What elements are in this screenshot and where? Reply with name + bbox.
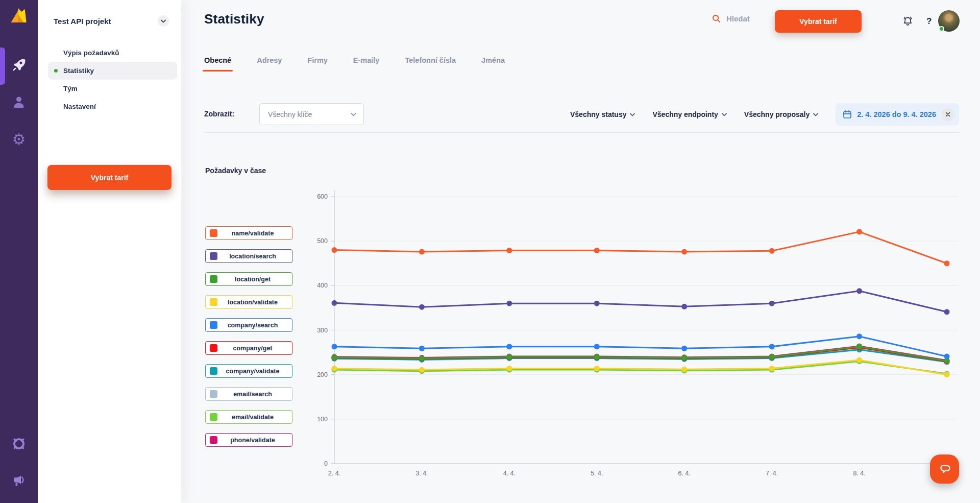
legend-item-company-get[interactable]: company/get [205, 341, 292, 355]
tab-firmy[interactable]: Firmy [307, 56, 328, 71]
chevron-down-icon [351, 112, 356, 116]
legend-label: location/get [217, 276, 288, 283]
help-button[interactable]: ? [926, 16, 932, 27]
user-menu[interactable] [938, 10, 960, 32]
sidebar-item-nastaven-[interactable]: Nastavení [48, 98, 177, 115]
series-name-validate [332, 229, 950, 266]
rail-item-settings[interactable]: ⚙ [0, 132, 38, 147]
legend-swatch [210, 298, 217, 306]
calendar-icon [843, 110, 852, 119]
svg-text:6. 4.: 6. 4. [678, 470, 691, 477]
date-range-filter[interactable]: 2. 4. 2026 do 9. 4. 2026 [836, 103, 959, 126]
close-icon [945, 112, 950, 117]
app-logo[interactable] [10, 7, 28, 26]
stats-tabs: ObecnéAdresyFirmyE-mailyTelefonní číslaJ… [204, 56, 505, 71]
main-content: Statistiky Hledat Vybrat tarif ? ObecnéA… [181, 0, 980, 503]
sidebar-item-statistiky[interactable]: Statistiky [48, 62, 177, 80]
search-icon [712, 14, 721, 23]
filter-dropdown-v-echny-endpointy[interactable]: Všechny endpointy [652, 110, 726, 118]
tab-e-maily[interactable]: E-maily [353, 56, 380, 71]
bell-icon [902, 15, 914, 27]
show-filter-label: Zobrazit: [204, 110, 234, 118]
online-status-dot [939, 26, 944, 32]
choose-plan-button-sidebar[interactable]: Vybrat tarif [47, 165, 172, 190]
clear-date-filter-button[interactable] [941, 108, 954, 121]
choose-plan-button-header[interactable]: Vybrat tarif [775, 10, 862, 33]
chat-widget-button[interactable] [930, 454, 959, 484]
divider [204, 132, 959, 133]
legend-swatch [210, 413, 217, 421]
sidebar-item-label: Statistiky [63, 67, 94, 75]
filter-dropdown-label: Všechny statusy [570, 110, 627, 118]
page-title: Statistiky [204, 11, 264, 27]
rail-item-account[interactable] [0, 95, 38, 109]
chat-bubble-icon [937, 462, 952, 477]
search-button[interactable]: Hledat [712, 14, 750, 23]
tab-adresy[interactable]: Adresy [257, 56, 282, 71]
sidebar-item-v-pis-po-adavk-[interactable]: Výpis požadavků [48, 44, 177, 62]
tab-obecn-[interactable]: Obecné [204, 56, 231, 71]
tab-telefonn-sla[interactable]: Telefonní čísla [405, 56, 456, 71]
chevron-down-icon [722, 113, 727, 116]
legend-label: location/validate [217, 299, 288, 306]
keys-select-value: Všechny klíče [268, 110, 312, 118]
sidebar-item-label: Výpis požadavků [63, 49, 119, 57]
legend-label: email/validate [217, 414, 288, 421]
legend-label: email/search [217, 391, 288, 398]
person-icon [12, 95, 26, 109]
filter-dropdowns: Všechny statusyVšechny endpointyVšechny … [570, 110, 818, 118]
legend-item-location-search[interactable]: location/search [205, 249, 292, 263]
legend-item-company-validate[interactable]: company/validate [205, 364, 292, 378]
gear-icon: ⚙ [12, 132, 26, 147]
sidebar-nav: Výpis požadavkůStatistikyTýmNastavení [38, 44, 181, 115]
legend-label: name/validate [217, 230, 288, 237]
chevron-down-icon [161, 19, 166, 23]
sidebar-item-t-m[interactable]: Tým [48, 80, 177, 98]
legend-swatch [210, 436, 217, 444]
lifebuoy-icon [11, 436, 27, 451]
svg-text:2. 4.: 2. 4. [328, 470, 340, 477]
legend-item-phone-validate[interactable]: phone/validate [205, 433, 292, 447]
keys-select[interactable]: Všechny klíče [259, 103, 364, 125]
legend-item-company-search[interactable]: company/search [205, 318, 292, 332]
series-location-search [332, 288, 950, 315]
legend-item-location-validate[interactable]: location/validate [205, 295, 292, 309]
chart-title: Požadavky v čase [205, 166, 266, 175]
date-range-value: 2. 4. 2026 do 9. 4. 2026 [857, 110, 936, 118]
svg-text:5. 4.: 5. 4. [591, 470, 603, 477]
filter-dropdown-label: Všechny proposaly [744, 110, 810, 118]
legend-item-email-search[interactable]: email/search [205, 387, 292, 401]
chevron-down-icon [630, 113, 635, 116]
svg-text:600: 600 [317, 193, 328, 200]
rail-item-support[interactable] [0, 436, 38, 451]
svg-text:300: 300 [317, 327, 328, 334]
legend-label: company/validate [217, 368, 288, 375]
legend-swatch [210, 229, 217, 237]
line-chart-canvas: 01002003004005006002. 4.3. 4.4. 4.5. 4.6… [306, 188, 965, 484]
legend-item-email-validate[interactable]: email/validate [205, 410, 292, 424]
tab-jm-na[interactable]: Jména [481, 56, 505, 71]
filter-dropdown-v-echny-statusy[interactable]: Všechny statusy [570, 110, 635, 118]
notifications-button[interactable] [902, 15, 914, 29]
megaphone-icon [12, 474, 26, 488]
legend-label: company/search [217, 322, 288, 329]
filter-bar: Všechny statusyVšechny endpointyVšechny … [570, 103, 959, 126]
svg-text:200: 200 [317, 371, 328, 378]
filter-dropdown-v-echny-proposaly[interactable]: Všechny proposaly [744, 110, 818, 118]
svg-text:3. 4.: 3. 4. [415, 470, 428, 477]
active-dot [54, 69, 58, 73]
legend-swatch [210, 321, 217, 329]
svg-text:0: 0 [324, 460, 328, 467]
project-switcher-button[interactable] [158, 15, 169, 27]
svg-text:4. 4.: 4. 4. [503, 470, 516, 477]
legend-label: location/search [217, 253, 288, 260]
project-sidebar: Test API projekt Výpis požadavkůStatisti… [38, 0, 181, 503]
legend-item-name-validate[interactable]: name/validate [205, 226, 292, 240]
rail-item-announcements[interactable] [0, 474, 38, 488]
legend-swatch [210, 275, 217, 283]
rail-item-requests[interactable] [0, 57, 38, 73]
legend-swatch [210, 390, 217, 398]
legend-item-location-get[interactable]: location/get [205, 272, 292, 286]
svg-text:100: 100 [317, 416, 328, 423]
legend-swatch [210, 252, 217, 260]
